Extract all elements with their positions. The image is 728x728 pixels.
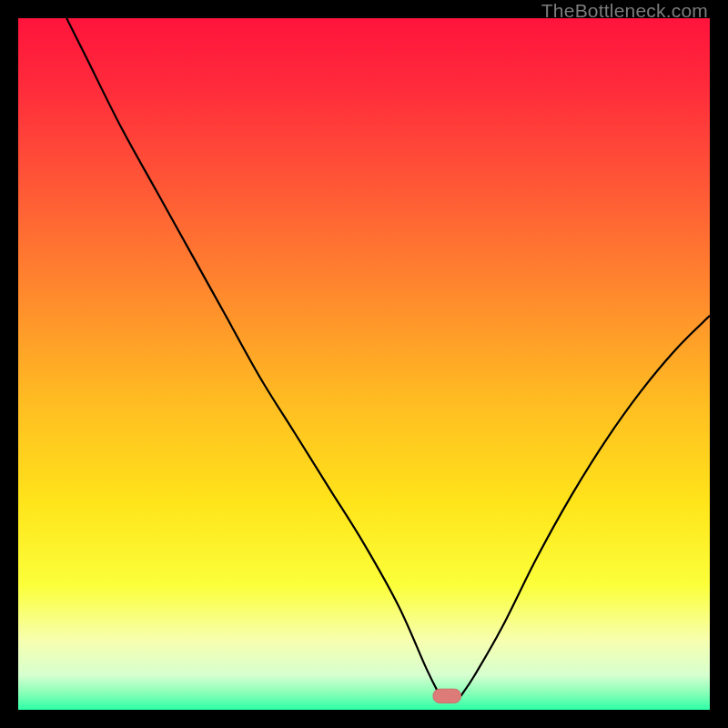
bottleneck-chart	[18, 18, 710, 710]
chart-background	[18, 18, 710, 710]
optimal-marker	[433, 689, 460, 703]
chart-frame	[18, 18, 710, 710]
watermark-text: TheBottleneck.com	[541, 0, 708, 22]
